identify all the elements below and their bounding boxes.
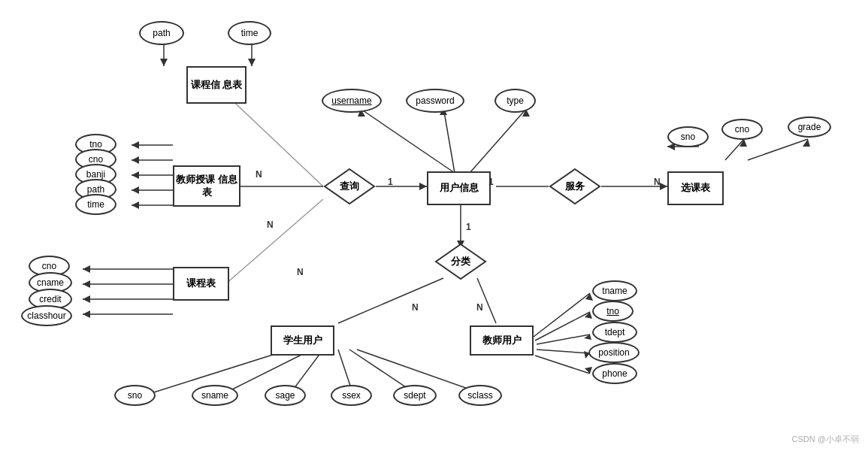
entity-jiaoshi-info: 教师授课 信息表 (173, 165, 240, 207)
svg-line-60 (535, 312, 590, 341)
attr-time2: time (75, 194, 116, 215)
relation-chaxun: 查询 (323, 168, 376, 205)
label-n2: N (267, 219, 274, 230)
attr-password: password (406, 89, 464, 113)
svg-marker-33 (132, 171, 139, 179)
svg-line-62 (537, 334, 590, 344)
entity-xuesheng-user: 学生用户 (271, 325, 334, 356)
label-n5: N (412, 302, 419, 313)
label-n3: N (297, 267, 304, 277)
svg-line-13 (470, 109, 526, 173)
attr-grade: grade (788, 117, 831, 138)
svg-marker-61 (585, 312, 592, 319)
svg-marker-31 (132, 156, 139, 164)
svg-line-27 (477, 278, 496, 323)
svg-marker-63 (584, 334, 591, 340)
svg-line-6 (225, 199, 323, 284)
attr-path1: path (139, 21, 184, 45)
svg-marker-29 (132, 141, 139, 149)
attr-ssex: ssex (331, 385, 372, 406)
watermark: CSDN @小卓不弱 (792, 434, 859, 445)
svg-marker-45 (83, 310, 90, 318)
svg-line-22 (748, 139, 808, 160)
attr-sname: sname (192, 385, 238, 406)
attr-tno2: tno (592, 301, 634, 322)
svg-marker-2 (160, 59, 168, 66)
svg-marker-3 (248, 59, 256, 66)
label-1c: 1 (466, 222, 471, 232)
label-1b: 1 (488, 177, 494, 187)
attr-sno2: sno (667, 126, 709, 147)
attr-sage: sage (265, 385, 306, 406)
entity-jiaoshi-user: 教师用户 (470, 325, 534, 356)
svg-marker-37 (132, 201, 139, 209)
svg-line-26 (338, 278, 443, 323)
svg-line-9 (361, 109, 455, 173)
relation-fuwu: 服务 (549, 168, 601, 205)
svg-marker-59 (585, 293, 593, 301)
svg-marker-41 (83, 280, 90, 288)
attr-position: position (588, 342, 640, 363)
svg-marker-8 (419, 183, 427, 190)
svg-line-20 (725, 139, 744, 160)
attr-tdept: tdept (592, 322, 637, 343)
svg-marker-35 (132, 186, 139, 194)
attr-classhour: classhour (21, 305, 72, 326)
svg-marker-39 (83, 265, 90, 273)
attr-username: username (322, 89, 382, 113)
label-n6: N (476, 302, 483, 313)
entity-kecheng-biao: 课程表 (173, 267, 229, 301)
entity-kecheng-info: 课程信 息表 (186, 66, 246, 104)
svg-line-58 (534, 293, 590, 337)
entity-xuanke-table: 选课表 (667, 171, 724, 205)
er-diagram: 课程信 息表 教师授课 信息表 课程表 用户信息 选课表 学生用户 教师用户 查… (0, 0, 868, 451)
attr-cno3: cno (721, 119, 763, 140)
label-n4: N (654, 177, 661, 187)
svg-line-66 (535, 356, 590, 374)
svg-marker-17 (660, 183, 667, 190)
attr-type: type (494, 89, 536, 113)
attr-tname: tname (592, 280, 637, 301)
attr-time1: time (228, 21, 271, 45)
attr-sno1: sno (114, 385, 156, 406)
entity-yonghu-info: 用户信息 (427, 171, 491, 205)
svg-marker-23 (803, 139, 810, 147)
svg-marker-43 (83, 295, 90, 303)
attr-sclass: sclass (458, 385, 502, 406)
attr-sdept: sdept (393, 385, 437, 406)
label-1a: 1 (388, 177, 393, 187)
svg-marker-21 (739, 139, 747, 147)
svg-marker-67 (585, 367, 592, 374)
svg-line-11 (443, 107, 455, 173)
svg-line-64 (537, 350, 590, 353)
label-n1: N (256, 169, 262, 180)
relation-fenlei: 分类 (434, 243, 487, 280)
attr-phone: phone (592, 363, 637, 384)
